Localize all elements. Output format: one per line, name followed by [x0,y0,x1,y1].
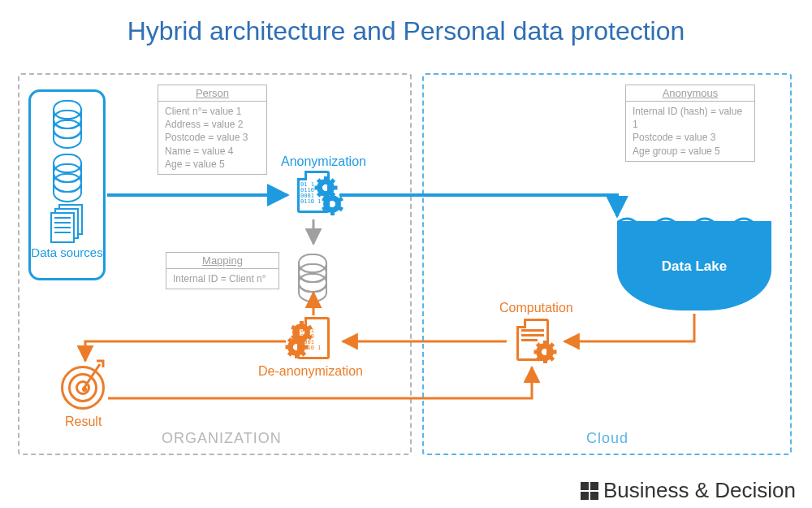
table-row: Postcode = value 3 [165,131,260,144]
anonymous-table: Anonymous Internal ID (hash) = value 1 P… [625,85,755,162]
mapping-table: Mapping Internal ID = Client n° [166,252,279,289]
data-sources-node: Data sources [28,89,106,280]
computation-icon [512,319,555,369]
mapping-table-header: Mapping [166,253,279,269]
brand-logo: Business & Decision [581,478,796,503]
brand-text: Business & Decision [603,478,796,503]
documents-icon [50,204,84,241]
table-row: Age = value 5 [165,158,260,171]
computation-label: Computation [499,301,573,315]
anonymization-label: Anonymization [281,154,366,169]
brand-squares-icon [581,482,598,500]
person-table-header: Person [158,85,266,102]
database-icon [51,154,84,193]
page-title: Hybrid architecture and Personal data pr… [0,0,812,46]
table-row: Internal ID = Client n° [173,272,272,285]
deanonymization-label: De-anonymization [258,364,363,379]
cloud-label: Cloud [586,430,628,447]
table-row: Name = value 4 [165,145,260,158]
organization-label: ORGANIZATION [162,430,282,447]
table-row: Internal ID (hash) = value 1 [633,105,748,131]
data-lake-node: Data Lake [617,221,771,310]
deanonymization-icon: 01 1011000010110 1 [292,317,336,367]
svg-line-0 [84,364,100,389]
mapping-db-icon [296,245,329,293]
database-icon [51,100,84,139]
anonymization-icon: 01 1011000010110 1 [292,171,336,221]
table-row: Client n°= value 1 [165,105,260,118]
person-table: Person Client n°= value 1 Address = valu… [158,85,267,175]
result-target-icon [61,366,110,415]
anonymous-table-header: Anonymous [626,85,754,102]
table-row: Address = value 2 [165,118,260,131]
table-row: Postcode = value 3 [633,131,748,144]
result-label: Result [65,415,102,429]
table-row: Age group = value 5 [633,145,748,158]
data-lake-label: Data Lake [617,258,771,275]
data-sources-label: Data sources [31,246,103,260]
